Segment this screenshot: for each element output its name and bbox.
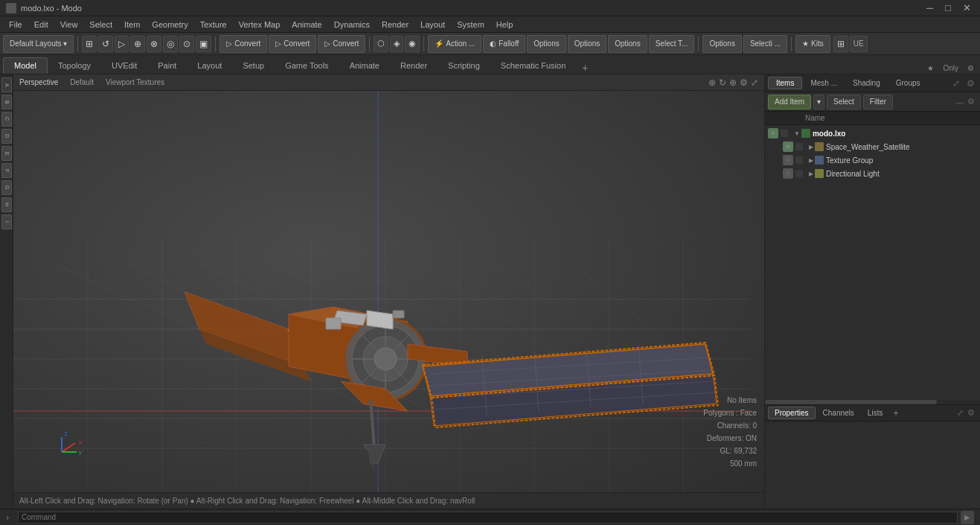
menu-animate[interactable]: Animate <box>286 19 327 31</box>
icon-shape-btn[interactable]: ⬡ <box>374 36 388 52</box>
tree-expand-texture[interactable]: ▶ <box>809 157 813 164</box>
tab-animate[interactable]: Animate <box>339 57 390 74</box>
icon-toggle-btn[interactable]: ◈ <box>390 36 403 52</box>
viewport-expand-icon[interactable]: ⤢ <box>751 77 758 88</box>
ue-icon-btn[interactable]: UE <box>850 36 868 52</box>
select-t-btn[interactable]: Select T... <box>649 35 695 53</box>
options-main-btn[interactable]: Options <box>702 35 741 53</box>
grid-icon-btn[interactable]: ⊞ <box>833 36 848 52</box>
panel-tab-shading[interactable]: Shading <box>845 77 888 89</box>
left-tab-2[interactable]: B <box>1 95 12 109</box>
icon-btn-3[interactable]: ▷ <box>115 36 129 52</box>
menu-render[interactable]: Render <box>376 19 414 31</box>
menu-file[interactable]: File <box>3 19 28 31</box>
tree-eye-satellite[interactable]: 👁 <box>783 141 793 152</box>
btab-add-btn[interactable]: + <box>890 408 901 419</box>
panel-tab-groups[interactable]: Groups <box>888 77 928 89</box>
tab-setup[interactable]: Setup <box>232 57 275 74</box>
panel-tab-mesh[interactable]: Mesh ... <box>803 77 845 89</box>
tree-expand-light[interactable]: ▶ <box>809 171 813 177</box>
icon-btn-8[interactable]: ▣ <box>196 36 211 52</box>
panel-minimize-btn[interactable]: — <box>955 98 964 106</box>
add-item-btn[interactable]: Add Item <box>768 95 811 109</box>
panel-expand-btn[interactable]: ⤢ <box>950 78 962 89</box>
layout-dropdown[interactable]: Default Layouts ▾ <box>3 35 74 53</box>
minimize-btn[interactable]: ─ <box>923 2 936 13</box>
btab-settings-btn[interactable]: ⚙ <box>965 408 977 418</box>
options-btn-1[interactable]: Options <box>527 35 566 53</box>
icon-btn-4[interactable]: ⊕ <box>130 36 145 52</box>
menu-layout[interactable]: Layout <box>414 19 451 31</box>
tab-schematic[interactable]: Schematic Fusion <box>490 57 576 74</box>
menu-edit[interactable]: Edit <box>28 19 54 31</box>
tree-item-texture[interactable]: 👁 ▶ Texture Group <box>765 153 980 167</box>
menu-help[interactable]: Help <box>490 19 519 31</box>
tree-item-root[interactable]: 👁 ▼ modo.lxo <box>765 127 980 140</box>
viewport-canvas[interactable]: X Y Z No Items Polygons : Face Channels:… <box>13 91 764 492</box>
viewport-zoom-icon[interactable]: ⊕ <box>729 77 737 88</box>
h-scrollbar[interactable] <box>765 400 980 404</box>
tab-layout[interactable]: Layout <box>187 57 232 74</box>
viewport-textures[interactable]: Viewport Textures <box>106 78 164 86</box>
convert-btn-2[interactable]: ▷Convert <box>269 35 316 53</box>
kits-btn[interactable]: ★Kits <box>795 35 830 53</box>
tree-eye-texture[interactable]: 👁 <box>783 155 793 165</box>
btab-lists[interactable]: Lists <box>862 407 889 419</box>
falloff-btn[interactable]: ◐Falloff <box>483 35 525 53</box>
panel-settings-btn[interactable]: ⚙ <box>964 78 977 89</box>
options-btn-3[interactable]: Options <box>608 35 647 53</box>
viewport-nav-icon[interactable]: ⊕ <box>708 77 716 88</box>
btab-properties[interactable]: Properties <box>768 407 816 419</box>
command-run-btn[interactable]: ▶ <box>961 511 974 524</box>
tree-item-satellite[interactable]: 👁 ▶ Space_Weather_Satellite <box>765 140 980 153</box>
tree-expand-root[interactable]: ▼ <box>794 130 800 137</box>
left-tab-1[interactable]: A <box>1 77 12 92</box>
icon-btn-1[interactable]: ⊞ <box>82 36 97 52</box>
tree-expand-satellite[interactable]: ▶ <box>809 144 813 150</box>
options-btn-2[interactable]: Options <box>568 35 606 53</box>
convert-btn-1[interactable]: ▷Convert <box>220 35 267 53</box>
menu-system[interactable]: System <box>451 19 490 31</box>
tab-gametools[interactable]: Game Tools <box>275 57 339 74</box>
left-tab-9[interactable]: I <box>1 214 12 229</box>
icon-point-btn[interactable]: ◉ <box>405 36 420 52</box>
convert-btn-3[interactable]: ▷Convert <box>318 35 365 53</box>
viewport-rotate-icon[interactable]: ↻ <box>719 77 726 88</box>
maximize-btn[interactable]: □ <box>942 2 954 13</box>
icon-btn-2[interactable]: ↺ <box>98 36 113 52</box>
viewport-perspective[interactable]: Perspective <box>19 78 58 86</box>
menu-item[interactable]: Item <box>118 19 146 31</box>
panel-tab-items[interactable]: Items <box>768 77 802 89</box>
viewport[interactable]: Perspective Default Viewport Textures ⊕ … <box>13 74 764 509</box>
left-tab-5[interactable]: E <box>1 146 12 161</box>
menu-texture[interactable]: Texture <box>194 19 233 31</box>
tab-scripting[interactable]: Scripting <box>438 57 490 74</box>
selecti-btn[interactable]: Selecti ... <box>743 35 787 53</box>
menu-dynamics[interactable]: Dynamics <box>328 19 376 31</box>
tab-render[interactable]: Render <box>390 57 438 74</box>
tab-uvedit[interactable]: UVEdit <box>101 57 147 74</box>
left-tab-8[interactable]: H <box>1 197 12 212</box>
tab-add-btn[interactable]: + <box>576 62 594 74</box>
title-bar-controls[interactable]: ─ □ ✕ <box>923 2 974 13</box>
close-btn[interactable]: ✕ <box>960 2 974 13</box>
select-btn[interactable]: Select <box>827 95 861 109</box>
left-tab-7[interactable]: G <box>1 180 12 195</box>
tab-model[interactable]: Model <box>3 57 48 74</box>
menu-view[interactable]: View <box>54 19 84 31</box>
tree-eye-light[interactable]: 👁 <box>783 168 793 179</box>
left-tab-4[interactable]: D <box>1 129 12 144</box>
action-btn[interactable]: ⚡Action ... <box>428 35 481 53</box>
menu-vertexmap[interactable]: Vertex Map <box>233 19 286 31</box>
icon-btn-5[interactable]: ⊗ <box>147 36 161 52</box>
tree-eye-root[interactable]: 👁 <box>768 128 778 139</box>
icon-btn-7[interactable]: ⊙ <box>179 36 194 52</box>
add-item-dropdown[interactable]: ▾ <box>813 95 824 109</box>
icon-btn-6[interactable]: ◎ <box>163 36 178 52</box>
command-input[interactable] <box>18 512 958 524</box>
tab-paint[interactable]: Paint <box>147 57 187 74</box>
left-tab-3[interactable]: C <box>1 112 12 127</box>
panel-settings2-btn[interactable]: ⚙ <box>965 97 977 106</box>
btab-expand-btn[interactable]: ⤢ <box>957 408 964 418</box>
left-tab-6[interactable]: F <box>1 163 12 178</box>
